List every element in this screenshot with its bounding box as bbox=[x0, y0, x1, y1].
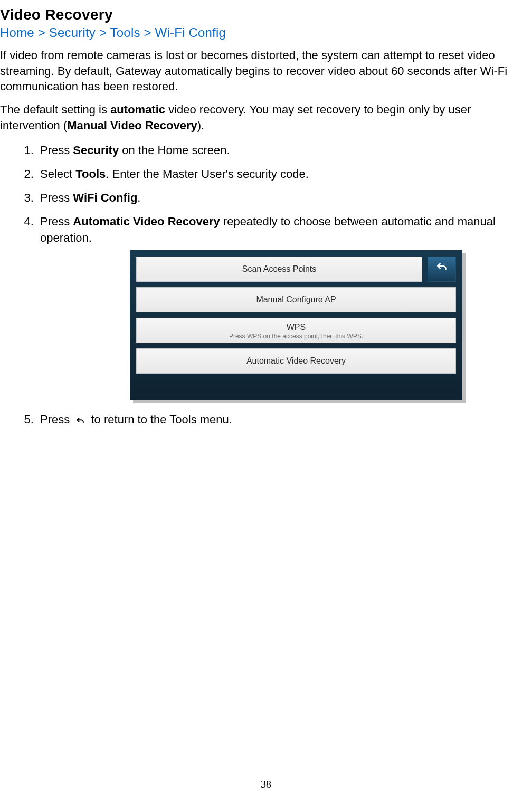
back-icon bbox=[435, 260, 449, 279]
text-span: Press bbox=[40, 191, 73, 204]
text-span: to return to the Tools menu. bbox=[91, 413, 232, 426]
text-span: Select bbox=[40, 167, 75, 181]
text-span: Press bbox=[40, 413, 70, 426]
text-span: ). bbox=[197, 119, 204, 132]
bold-manual-video-recovery: Manual Video Recovery bbox=[67, 119, 197, 132]
text-span: Press bbox=[40, 215, 73, 228]
breadcrumb: Home > Security > Tools > Wi-Fi Config bbox=[0, 25, 532, 48]
manual-configure-ap-button[interactable]: Manual Configure AP bbox=[136, 287, 456, 312]
text-span: Press bbox=[40, 144, 73, 157]
button-label: WPS bbox=[287, 321, 306, 333]
step-2: Select Tools. Enter the Master User's se… bbox=[37, 164, 532, 186]
text-span: . bbox=[137, 191, 140, 204]
automatic-video-recovery-button[interactable]: Automatic Video Recovery bbox=[136, 348, 456, 374]
back-button[interactable] bbox=[428, 257, 456, 282]
button-label: Automatic Video Recovery bbox=[246, 355, 346, 367]
bold-automatic: automatic bbox=[110, 103, 165, 116]
bold-tools: Tools bbox=[75, 167, 106, 181]
intro-paragraph: If video from remote cameras is lost or … bbox=[0, 48, 532, 102]
default-setting-paragraph: The default setting is automatic video r… bbox=[0, 102, 532, 140]
button-label: Scan Access Points bbox=[242, 263, 317, 275]
bold-auto-video-recovery: Automatic Video Recovery bbox=[73, 215, 220, 228]
text-span: on the Home screen. bbox=[119, 144, 230, 157]
page-number: 38 bbox=[261, 779, 271, 791]
scan-access-points-button[interactable]: Scan Access Points bbox=[136, 257, 422, 282]
step-1: Press Security on the Home screen. bbox=[37, 140, 532, 162]
button-subtitle: Press WPS on the access point, then this… bbox=[229, 333, 363, 340]
wps-button[interactable]: WPS Press WPS on the access point, then … bbox=[136, 318, 456, 343]
bold-wifi-config: WiFi Config bbox=[73, 191, 137, 204]
button-label: Manual Configure AP bbox=[256, 294, 336, 306]
text-span: The default setting is bbox=[0, 103, 110, 116]
step-5: Press to return to the Tools menu. bbox=[37, 410, 532, 431]
bold-security: Security bbox=[73, 144, 119, 157]
step-3: Press WiFi Config. bbox=[37, 188, 532, 210]
device-top-row: Scan Access Points bbox=[136, 257, 456, 282]
back-icon bbox=[75, 415, 86, 426]
device-screen: Scan Access Points Manual Configure AP bbox=[130, 250, 462, 400]
step-4: Press Automatic Video Recovery repeatedl… bbox=[37, 212, 532, 408]
text-span: . Enter the Master User's security code. bbox=[106, 167, 308, 181]
steps-list: Press Security on the Home screen. Selec… bbox=[0, 140, 532, 431]
device-screenshot: Scan Access Points Manual Configure AP bbox=[130, 250, 532, 400]
page-title: Video Recovery bbox=[0, 6, 532, 25]
